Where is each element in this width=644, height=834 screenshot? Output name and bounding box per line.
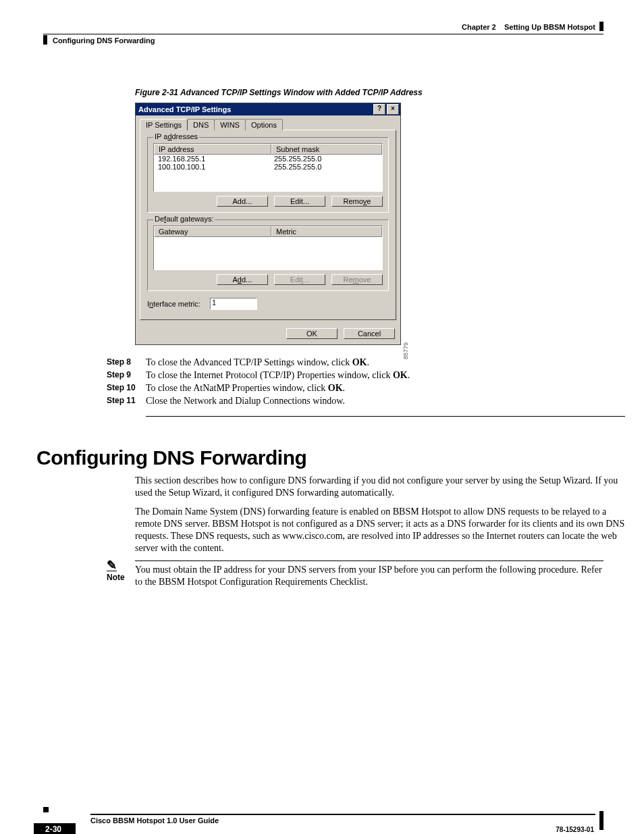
chapter-label: Chapter 2 <box>462 23 496 31</box>
note-block: ✎ Note You must obtain the IP address fo… <box>107 561 603 588</box>
footer-decor-bar-right <box>599 811 603 830</box>
header-decor-bar-left <box>43 35 47 45</box>
cell-ip: 100.100.100.1 <box>154 163 270 171</box>
add-button[interactable]: Add... <box>217 274 268 285</box>
col-gateway: Gateway <box>154 226 271 237</box>
remove-button[interactable]: Remove <box>331 196 383 207</box>
cancel-button[interactable]: Cancel <box>344 328 395 339</box>
cell-mask: 255.255.255.0 <box>270 163 382 171</box>
listview-ip-header: IP address Subnet mask <box>154 144 382 155</box>
ip-button-row: Add... Edit... Remove <box>153 196 383 207</box>
group-ip-addresses: IP addresses IP address Subnet mask 192.… <box>147 137 389 213</box>
header-right: Chapter 2 Setting Up BBSM Hotspot <box>462 23 595 31</box>
footer-rule <box>90 814 595 815</box>
step-label: Step 9 <box>107 370 146 381</box>
col-subnet-mask: Subnet mask <box>271 144 382 155</box>
edit-button: Edit... <box>274 274 325 285</box>
figure-image: Advanced TCP/IP Settings ? × IP Settings… <box>135 103 400 345</box>
footer-doc-number: 78-15293-01 <box>556 826 594 833</box>
step-text: To close the AtNatMP Properties window, … <box>146 383 603 394</box>
close-button[interactable]: × <box>387 104 399 115</box>
dialog-tabs: IP SettingsDNSWINSOptions <box>136 115 400 130</box>
listview-gateways[interactable]: Gateway Metric <box>153 226 383 270</box>
interface-metric-label: Interface metric: <box>147 300 200 308</box>
step-text: To close the Internet Protocol (TCP/IP) … <box>146 370 603 381</box>
gw-button-row: Add... Edit... Remove <box>153 274 383 285</box>
dialog-title: Advanced TCP/IP Settings <box>138 103 372 115</box>
step-text: To close the Advanced TCP/IP Settings wi… <box>146 357 603 368</box>
note-label-col: ✎ Note <box>107 561 135 582</box>
step-row: Step 8 To close the Advanced TCP/IP Sett… <box>107 357 603 368</box>
footer-doc-title: Cisco BBSM Hotspot 1.0 User Guide <box>90 816 219 825</box>
section-body: This section describes how to configure … <box>135 475 625 554</box>
step-row: Step 10 To close the AtNatMP Properties … <box>107 383 603 394</box>
listview-gateways-header: Gateway Metric <box>154 226 382 237</box>
help-button[interactable]: ? <box>373 104 385 115</box>
running-section: Configuring DNS Forwarding <box>53 36 155 45</box>
add-button[interactable]: Add... <box>217 196 268 207</box>
step-row: Step 11 Close the Network and Dialup Con… <box>107 396 603 407</box>
table-row[interactable]: 100.100.100.1 255.255.255.0 <box>154 163 382 171</box>
footer-page-number: 2-30 <box>34 823 76 834</box>
group-default-gateways: Default gateways: Gateway Metric Add... … <box>147 219 389 291</box>
header-rule <box>43 34 603 34</box>
step-label: Step 8 <box>107 357 146 368</box>
step-text: Close the Network and Dialup Connections… <box>146 396 603 407</box>
page-header: Chapter 2 Setting Up BBSM Hotspot Config… <box>34 20 603 47</box>
figure-caption: Figure 2-31 Advanced TCP/IP Settings Win… <box>135 88 603 97</box>
listview-ip[interactable]: IP address Subnet mask 192.168.255.1 255… <box>153 143 383 192</box>
section-heading: Configuring DNS Forwarding <box>36 446 603 469</box>
table-row[interactable]: 192.168.255.1 255.255.255.0 <box>154 155 382 163</box>
note-label: Note <box>107 573 125 582</box>
figure-id: 85779 <box>402 342 409 359</box>
steps-end-rule <box>146 416 625 417</box>
tab-panel-ip-settings: IP addresses IP address Subnet mask 192.… <box>140 130 396 320</box>
steps-list: Step 8 To close the Advanced TCP/IP Sett… <box>107 357 603 407</box>
group-default-gateways-legend: Default gateways: <box>153 215 215 223</box>
step-label: Step 11 <box>107 396 146 407</box>
dialog-footer: OK Cancel <box>136 324 400 344</box>
edit-button[interactable]: Edit... <box>274 196 325 207</box>
dialog-titlebar: Advanced TCP/IP Settings ? × <box>136 103 400 115</box>
tab-options[interactable]: Options <box>245 119 283 130</box>
cell-mask: 255.255.255.0 <box>270 155 382 163</box>
remove-button: Remove <box>331 274 383 285</box>
group-ip-addresses-legend: IP addresses <box>153 132 199 140</box>
tab-ip-settings[interactable]: IP Settings <box>140 119 188 130</box>
note-body: You must obtain the IP address for your … <box>135 561 603 588</box>
dialog-advanced-tcpip: Advanced TCP/IP Settings ? × IP Settings… <box>135 103 401 345</box>
header-decor-bar-right <box>599 22 603 31</box>
step-label: Step 10 <box>107 383 146 394</box>
col-metric: Metric <box>271 226 382 237</box>
paragraph: This section describes how to configure … <box>135 475 625 499</box>
pencil-icon: ✎ <box>107 561 117 571</box>
interface-metric-input[interactable]: 1 <box>210 298 257 310</box>
ok-button[interactable]: OK <box>286 328 338 339</box>
step-row: Step 9 To close the Internet Protocol (T… <box>107 370 603 381</box>
tab-wins[interactable]: WINS <box>214 119 246 130</box>
interface-metric-row: Interface metric: 1 <box>147 298 389 310</box>
tab-dns[interactable]: DNS <box>187 119 215 130</box>
cell-ip: 192.168.255.1 <box>154 155 270 163</box>
footer-decor-wedge <box>43 807 49 812</box>
col-ip-address: IP address <box>154 144 271 155</box>
chapter-title: Setting Up BBSM Hotspot <box>504 23 595 31</box>
paragraph: The Domain Name System (DNS) forwarding … <box>135 506 625 554</box>
